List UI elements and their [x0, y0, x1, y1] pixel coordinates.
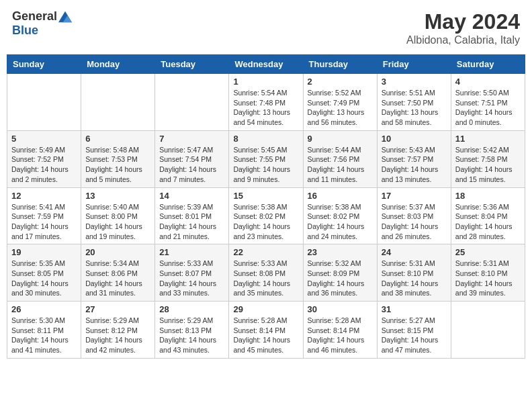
day-info: Sunrise: 5:39 AM Sunset: 8:01 PM Dayligh…	[159, 202, 224, 242]
day-number: 23	[308, 247, 373, 257]
weekday-header-row: SundayMondayTuesdayWednesdayThursdayFrid…	[7, 55, 525, 74]
calendar-week-row: 26Sunrise: 5:30 AM Sunset: 8:11 PM Dayli…	[7, 302, 525, 359]
day-number: 14	[159, 191, 224, 201]
title-section: May 2024 Albidona, Calabria, Italy	[406, 9, 520, 46]
calendar-day-5: 5Sunrise: 5:49 AM Sunset: 7:52 PM Daylig…	[7, 130, 81, 187]
day-number: 10	[382, 134, 447, 144]
calendar-day-17: 17Sunrise: 5:37 AM Sunset: 8:03 PM Dayli…	[377, 187, 451, 244]
day-number: 28	[159, 304, 224, 314]
day-info: Sunrise: 5:34 AM Sunset: 8:06 PM Dayligh…	[85, 259, 150, 298]
logo-blue-text: Blue	[12, 24, 38, 38]
calendar-table: SundayMondayTuesdayWednesdayThursdayFrid…	[7, 54, 525, 359]
calendar-day-8: 8Sunrise: 5:45 AM Sunset: 7:55 PM Daylig…	[229, 130, 303, 187]
day-number: 31	[382, 304, 447, 314]
calendar-day-19: 19Sunrise: 5:35 AM Sunset: 8:05 PM Dayli…	[7, 244, 81, 302]
weekday-header-saturday: Saturday	[451, 55, 525, 74]
day-number: 13	[85, 191, 150, 201]
calendar-day-27: 27Sunrise: 5:29 AM Sunset: 8:12 PM Dayli…	[81, 302, 155, 359]
day-number: 8	[233, 134, 298, 144]
empty-day	[451, 302, 525, 359]
location-subtitle: Albidona, Calabria, Italy	[406, 34, 520, 46]
weekday-header-sunday: Sunday	[7, 55, 81, 74]
day-number: 1	[233, 77, 298, 87]
calendar-day-4: 4Sunrise: 5:50 AM Sunset: 7:51 PM Daylig…	[451, 74, 525, 131]
calendar-week-row: 12Sunrise: 5:41 AM Sunset: 7:59 PM Dayli…	[7, 187, 525, 244]
calendar-week-row: 19Sunrise: 5:35 AM Sunset: 8:05 PM Dayli…	[7, 244, 525, 302]
day-info: Sunrise: 5:33 AM Sunset: 8:07 PM Dayligh…	[159, 259, 224, 298]
calendar-day-23: 23Sunrise: 5:32 AM Sunset: 8:09 PM Dayli…	[303, 244, 377, 302]
day-info: Sunrise: 5:44 AM Sunset: 7:56 PM Dayligh…	[308, 145, 373, 185]
day-info: Sunrise: 5:41 AM Sunset: 7:59 PM Dayligh…	[11, 202, 77, 242]
day-info: Sunrise: 5:47 AM Sunset: 7:54 PM Dayligh…	[159, 145, 224, 185]
empty-day	[81, 74, 155, 131]
day-info: Sunrise: 5:49 AM Sunset: 7:52 PM Dayligh…	[11, 145, 77, 185]
day-info: Sunrise: 5:45 AM Sunset: 7:55 PM Dayligh…	[233, 145, 298, 185]
calendar-day-22: 22Sunrise: 5:33 AM Sunset: 8:08 PM Dayli…	[229, 244, 303, 302]
day-info: Sunrise: 5:51 AM Sunset: 7:50 PM Dayligh…	[382, 88, 447, 128]
calendar-day-21: 21Sunrise: 5:33 AM Sunset: 8:07 PM Dayli…	[155, 244, 229, 302]
calendar-day-20: 20Sunrise: 5:34 AM Sunset: 8:06 PM Dayli…	[81, 244, 155, 302]
calendar-week-row: 5Sunrise: 5:49 AM Sunset: 7:52 PM Daylig…	[7, 130, 525, 187]
empty-day	[7, 74, 81, 131]
day-info: Sunrise: 5:29 AM Sunset: 8:12 PM Dayligh…	[85, 316, 150, 355]
day-number: 15	[233, 191, 298, 201]
calendar-day-2: 2Sunrise: 5:52 AM Sunset: 7:49 PM Daylig…	[303, 74, 377, 131]
day-number: 9	[308, 134, 373, 144]
day-number: 18	[455, 191, 521, 201]
logo-general-text: General	[12, 9, 57, 24]
day-info: Sunrise: 5:28 AM Sunset: 8:14 PM Dayligh…	[308, 316, 373, 355]
weekday-header-wednesday: Wednesday	[229, 55, 303, 74]
weekday-header-friday: Friday	[377, 55, 451, 74]
calendar-day-13: 13Sunrise: 5:40 AM Sunset: 8:00 PM Dayli…	[81, 187, 155, 244]
day-info: Sunrise: 5:38 AM Sunset: 8:02 PM Dayligh…	[233, 202, 298, 242]
day-number: 7	[159, 134, 224, 144]
day-info: Sunrise: 5:33 AM Sunset: 8:08 PM Dayligh…	[233, 259, 298, 298]
calendar-day-11: 11Sunrise: 5:42 AM Sunset: 7:58 PM Dayli…	[451, 130, 525, 187]
day-info: Sunrise: 5:32 AM Sunset: 8:09 PM Dayligh…	[308, 259, 373, 298]
calendar-day-7: 7Sunrise: 5:47 AM Sunset: 7:54 PM Daylig…	[155, 130, 229, 187]
day-number: 17	[382, 191, 447, 201]
calendar-day-30: 30Sunrise: 5:28 AM Sunset: 8:14 PM Dayli…	[303, 302, 377, 359]
day-info: Sunrise: 5:48 AM Sunset: 7:53 PM Dayligh…	[85, 145, 150, 185]
logo: General Blue	[12, 9, 72, 38]
day-number: 16	[308, 191, 373, 201]
day-number: 27	[85, 304, 150, 314]
calendar-day-3: 3Sunrise: 5:51 AM Sunset: 7:50 PM Daylig…	[377, 74, 451, 131]
calendar-day-9: 9Sunrise: 5:44 AM Sunset: 7:56 PM Daylig…	[303, 130, 377, 187]
day-number: 30	[308, 304, 373, 314]
day-info: Sunrise: 5:28 AM Sunset: 8:14 PM Dayligh…	[233, 316, 298, 355]
logo-icon	[58, 10, 72, 24]
weekday-header-thursday: Thursday	[303, 55, 377, 74]
day-info: Sunrise: 5:38 AM Sunset: 8:02 PM Dayligh…	[308, 202, 373, 242]
day-info: Sunrise: 5:31 AM Sunset: 8:10 PM Dayligh…	[455, 259, 521, 298]
calendar-day-15: 15Sunrise: 5:38 AM Sunset: 8:02 PM Dayli…	[229, 187, 303, 244]
day-info: Sunrise: 5:29 AM Sunset: 8:13 PM Dayligh…	[159, 316, 224, 355]
day-number: 2	[308, 77, 373, 87]
day-number: 29	[233, 304, 298, 314]
day-number: 25	[455, 247, 521, 257]
day-info: Sunrise: 5:40 AM Sunset: 8:00 PM Dayligh…	[85, 202, 150, 242]
calendar-day-25: 25Sunrise: 5:31 AM Sunset: 8:10 PM Dayli…	[451, 244, 525, 302]
day-number: 22	[233, 247, 298, 257]
month-title: May 2024	[406, 9, 520, 34]
day-info: Sunrise: 5:43 AM Sunset: 7:57 PM Dayligh…	[382, 145, 447, 185]
day-number: 4	[455, 77, 521, 87]
day-number: 6	[85, 134, 150, 144]
day-info: Sunrise: 5:42 AM Sunset: 7:58 PM Dayligh…	[455, 145, 521, 185]
day-info: Sunrise: 5:37 AM Sunset: 8:03 PM Dayligh…	[382, 202, 447, 242]
calendar-week-row: 1Sunrise: 5:54 AM Sunset: 7:48 PM Daylig…	[7, 74, 525, 131]
calendar-day-31: 31Sunrise: 5:27 AM Sunset: 8:15 PM Dayli…	[377, 302, 451, 359]
day-number: 5	[11, 134, 77, 144]
day-number: 3	[382, 77, 447, 87]
calendar-day-6: 6Sunrise: 5:48 AM Sunset: 7:53 PM Daylig…	[81, 130, 155, 187]
calendar-day-1: 1Sunrise: 5:54 AM Sunset: 7:48 PM Daylig…	[229, 74, 303, 131]
day-number: 21	[159, 247, 224, 257]
day-info: Sunrise: 5:30 AM Sunset: 8:11 PM Dayligh…	[11, 316, 77, 355]
day-info: Sunrise: 5:50 AM Sunset: 7:51 PM Dayligh…	[455, 88, 521, 128]
calendar-day-26: 26Sunrise: 5:30 AM Sunset: 8:11 PM Dayli…	[7, 302, 81, 359]
day-info: Sunrise: 5:27 AM Sunset: 8:15 PM Dayligh…	[382, 316, 447, 355]
calendar-day-24: 24Sunrise: 5:31 AM Sunset: 8:10 PM Dayli…	[377, 244, 451, 302]
day-number: 11	[455, 134, 521, 144]
day-number: 20	[85, 247, 150, 257]
calendar-day-29: 29Sunrise: 5:28 AM Sunset: 8:14 PM Dayli…	[229, 302, 303, 359]
